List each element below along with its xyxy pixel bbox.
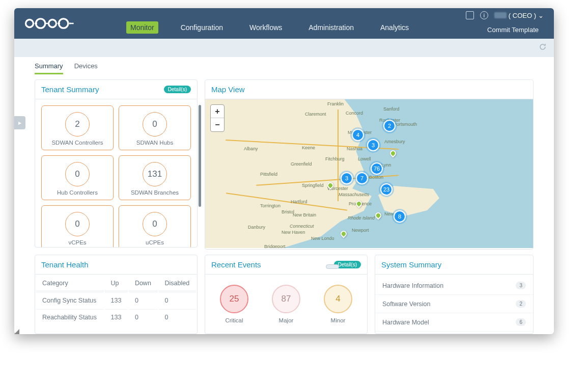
event-stat[interactable]: 4Minor — [324, 285, 352, 323]
map-city-label: Torrington — [260, 203, 281, 208]
map-city-label: New — [384, 211, 394, 216]
map-city-label: Sanford — [383, 106, 400, 112]
ss-label: Hardware Model — [382, 319, 429, 326]
map-city-label: Hartford — [291, 199, 307, 204]
event-count: 4 — [324, 285, 352, 313]
map-city-label: Claremont — [305, 112, 326, 117]
ss-count: 2 — [516, 300, 526, 308]
map-cluster-marker[interactable]: 8 — [394, 210, 406, 223]
summary-box[interactable]: 0SDWAN Hubs — [119, 105, 191, 150]
summary-value: 0 — [143, 212, 167, 236]
map-city-label: Danbury — [248, 225, 265, 230]
summary-label: SDWAN Controllers — [44, 140, 111, 146]
summary-box[interactable]: 2SDWAN Controllers — [41, 105, 114, 150]
event-stat[interactable]: 87Major — [272, 285, 300, 323]
nav-item-workflows[interactable]: Workflows — [245, 21, 286, 34]
map-city-label: Nashua — [347, 146, 362, 151]
summary-box[interactable]: 0vCPEs — [41, 205, 114, 247]
map-cluster-marker[interactable]: 4 — [352, 129, 364, 141]
ss-count: 6 — [516, 318, 526, 326]
map-city-label: Newport — [352, 228, 369, 233]
map-cluster-marker[interactable]: 7 — [356, 172, 368, 184]
chevron-down-icon: ⌄ — [538, 12, 544, 19]
tab-summary[interactable]: Summary — [35, 62, 63, 74]
tenant-dropdown[interactable]: ( COEO ) ⌄ — [494, 12, 544, 19]
map-pin[interactable] — [340, 230, 348, 238]
notes-icon[interactable] — [466, 11, 474, 19]
view-tabs: SummaryDevices — [14, 57, 554, 74]
summary-box[interactable]: 131SDWAN Branches — [119, 155, 191, 200]
map-city-label: Amesbury — [384, 139, 405, 144]
th-col: Up — [105, 276, 128, 291]
card-title: System Summary — [381, 260, 441, 269]
system-summary-row[interactable]: Hardware Model6 — [375, 313, 533, 332]
map-city-label: Pittsfield — [260, 172, 277, 177]
map-city-label: New Haven — [282, 230, 305, 235]
map-city-label: New Londo — [311, 236, 334, 241]
th-col: Down — [129, 276, 158, 291]
ss-label: Software Version — [382, 301, 431, 308]
map-city-label: Keene — [302, 145, 315, 150]
commit-template-link[interactable]: Commit Template — [487, 26, 539, 34]
nav-item-monitor[interactable]: Monitor — [126, 21, 158, 34]
nav-item-configuration[interactable]: Configuration — [177, 21, 227, 34]
tenant-health-card: Tenant Health CategoryUpDownDisabledConf… — [35, 255, 198, 334]
card-title: Map View — [211, 85, 245, 94]
zoom-out-button[interactable]: − — [211, 118, 224, 131]
brand-logo — [24, 17, 75, 30]
map-cluster-marker[interactable]: 76 — [371, 162, 383, 175]
map-cluster-marker[interactable]: 23 — [380, 183, 393, 196]
card-title: Recent Events — [211, 260, 261, 269]
th-col: Disabled — [159, 276, 197, 291]
svg-point-1 — [36, 19, 45, 28]
summary-box[interactable]: 0Hub Controllers — [41, 155, 114, 200]
event-label: Minor — [324, 317, 352, 323]
svg-point-2 — [49, 20, 57, 28]
info-icon[interactable]: i — [480, 11, 488, 19]
pane-splitter[interactable] — [326, 264, 339, 269]
map-pin[interactable] — [374, 211, 383, 220]
table-row: Config Sync Status13300 — [36, 292, 196, 308]
map-cluster-marker[interactable]: 3 — [367, 139, 379, 151]
map-cluster-marker[interactable]: 2 — [383, 120, 396, 132]
tab-devices[interactable]: Devices — [74, 62, 98, 74]
map-city-label: Connecticut — [290, 224, 314, 229]
zoom-in-button[interactable]: + — [211, 105, 224, 118]
map-canvas[interactable]: + − FranklinSanfordClaremontConcordRoche… — [205, 99, 533, 248]
system-summary-row[interactable]: Hardware Information3 — [375, 277, 533, 295]
table-row: Reachability Status13300 — [36, 309, 196, 325]
scrollbar[interactable] — [199, 105, 201, 207]
nav-item-analytics[interactable]: Analytics — [376, 21, 413, 34]
event-stat[interactable]: 25Critical — [220, 285, 248, 323]
tenant-summary-card: Tenant Summary Detail(s) 2SDWAN Controll… — [35, 79, 198, 248]
summary-box[interactable]: 0uCPEs — [119, 205, 191, 247]
map-city-label: Lowell — [358, 156, 371, 161]
refresh-icon[interactable] — [539, 43, 547, 53]
card-title: Tenant Summary — [41, 85, 99, 94]
collapse-sidebar-icon[interactable]: ▸ — [14, 116, 25, 129]
map-cluster-marker[interactable]: 3 — [341, 172, 353, 184]
map-pin[interactable] — [389, 149, 398, 158]
map-city-label: Massachusetts — [339, 192, 369, 197]
event-label: Major — [272, 317, 300, 323]
system-summary-row[interactable]: Software Version2 — [375, 295, 533, 313]
map-city-label: Albany — [244, 146, 258, 151]
th-col: Category — [36, 276, 104, 291]
summary-value: 0 — [65, 212, 90, 236]
nav-item-administration[interactable]: Administration — [304, 21, 358, 34]
summary-value: 2 — [65, 112, 90, 137]
ss-count: 3 — [516, 282, 526, 289]
summary-value: 131 — [143, 162, 167, 186]
map-city-label: Boston — [369, 175, 383, 180]
map-city-label: New Britain — [293, 212, 316, 217]
summary-label: SDWAN Branches — [121, 189, 188, 196]
map-view-card: Map View + − FranklinSanfordClaremontCon… — [205, 79, 534, 250]
event-count: 25 — [220, 285, 248, 313]
svg-point-3 — [59, 19, 68, 28]
tenant-label: ( COEO ) — [509, 12, 536, 19]
event-count: 87 — [272, 285, 300, 313]
resize-handle-icon — [14, 327, 21, 334]
summary-label: SDWAN Hubs — [121, 140, 188, 146]
details-badge[interactable]: Detail(s) — [164, 86, 191, 93]
map-city-label: Fitchburg — [325, 156, 345, 161]
